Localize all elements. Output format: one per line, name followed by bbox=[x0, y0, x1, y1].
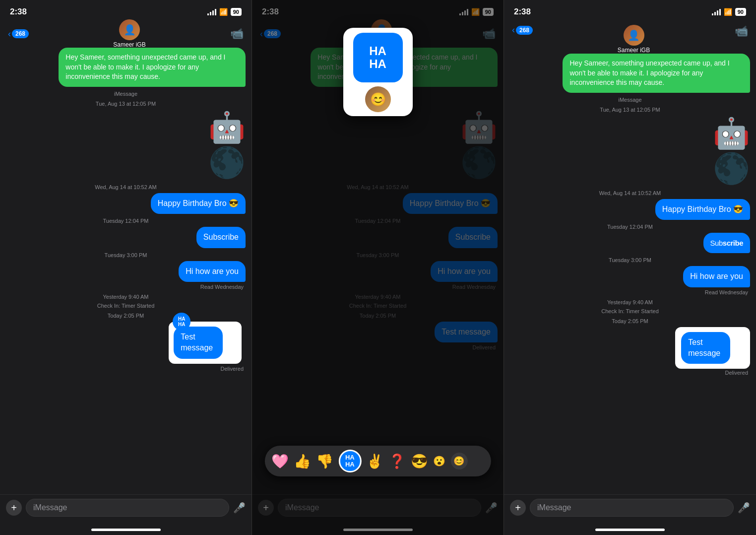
avatar-1: 👤 bbox=[119, 19, 140, 40]
back-button-1[interactable]: ‹ 268 bbox=[8, 29, 29, 39]
reaction-bar-2[interactable]: 🩷 👍 👎 HAHA ✌️ ❓ 😎 😮 😊 bbox=[264, 446, 491, 476]
read-label-3: Read Wednesday bbox=[510, 289, 750, 295]
reaction-haha-selected-2[interactable]: HAHA bbox=[338, 450, 361, 472]
checkin-label-1: Check In: Timer Started bbox=[6, 303, 246, 309]
message-row-hi-1: Hi how are you bbox=[6, 261, 246, 282]
signal-bars-1 bbox=[207, 8, 216, 15]
back-chevron-1: ‹ bbox=[8, 29, 11, 39]
panel-2: 2:38 📶 90 ‹ 268 👤 Sameer iGB bbox=[252, 0, 504, 535]
signal-bar-4 bbox=[215, 9, 216, 15]
signal-bars-3 bbox=[712, 8, 721, 15]
reaction-heart-2[interactable]: 🩷 bbox=[271, 453, 289, 469]
signal-bar-9 bbox=[712, 13, 713, 15]
delivered-label-1: Delivered bbox=[6, 366, 246, 372]
signal-bar-3 bbox=[212, 10, 214, 15]
status-icons-3: 📶 90 bbox=[712, 8, 746, 16]
message-row-hi-3: Hi how are you bbox=[510, 266, 750, 287]
reaction-popup-2: HAHA 😊 bbox=[343, 28, 413, 116]
bubble-test-1: Test message bbox=[174, 327, 223, 359]
input-bar-1: + iMessage 🎤 bbox=[0, 494, 252, 527]
battery-3: 90 bbox=[735, 8, 746, 16]
message-input-3[interactable]: iMessage bbox=[530, 499, 734, 517]
status-icons-1: 📶 90 bbox=[207, 8, 242, 16]
reaction-emoji-picker-2[interactable]: 😊 bbox=[450, 453, 467, 469]
popup-avatar-2: 😊 bbox=[365, 86, 391, 112]
messages-area-1: Hey Sameer, something unexpected came up… bbox=[0, 48, 252, 494]
test-message-popup-1: HAHA Test message bbox=[169, 322, 242, 364]
read-label-1: Read Wednesday bbox=[6, 284, 246, 290]
status-bar-3: 2:38 📶 90 bbox=[504, 0, 756, 22]
reaction-more-2[interactable]: 😮 bbox=[433, 455, 445, 467]
battery-1: 90 bbox=[231, 8, 242, 16]
reaction-thumbsdown-2[interactable]: 👎 bbox=[316, 453, 333, 469]
video-call-icon-1[interactable]: 📹 bbox=[230, 27, 244, 40]
timestamp-aug14-3: Wed, Aug 14 at 10:52 AM bbox=[510, 190, 750, 196]
add-button-3[interactable]: + bbox=[510, 500, 526, 516]
timestamp-yesterday-3: Yesterday 9:40 AM bbox=[510, 299, 750, 305]
mic-button-3[interactable]: 🎤 bbox=[738, 502, 750, 514]
bubble-subscribe-3: Subscribe bbox=[703, 233, 750, 253]
sticker-3: 🤖🌑 bbox=[510, 116, 750, 186]
reaction-highfive-2[interactable]: ✌️ bbox=[366, 453, 383, 469]
bubble-birthday-3: Happy Birthday Bro 😎 bbox=[655, 199, 750, 220]
timestamp-imessage-1: iMessage bbox=[6, 91, 246, 97]
timestamp-tue300-1: Tuesday 3:00 PM bbox=[6, 252, 246, 258]
mic-button-1[interactable]: 🎤 bbox=[233, 502, 246, 514]
timestamp-today-1: Today 2:05 PM bbox=[6, 313, 246, 319]
messages-area-3: Hey Sameer, something unexpected came up… bbox=[504, 54, 756, 494]
panel-1: 2:38 📶 90 ‹ 268 👤 Sameer iGB bbox=[0, 0, 252, 535]
timestamp-tue300-3: Tuesday 3:00 PM bbox=[510, 257, 750, 263]
reaction-cool-2[interactable]: 😎 bbox=[411, 453, 428, 469]
input-bar-3: + iMessage 🎤 bbox=[504, 494, 756, 527]
status-bar-1: 2:38 📶 90 bbox=[0, 0, 252, 22]
home-indicator-3 bbox=[595, 529, 665, 531]
signal-bar-10 bbox=[714, 12, 716, 15]
avatar-3: 👤 bbox=[624, 25, 644, 46]
bubble-subscribe-1: Subscribe bbox=[196, 227, 246, 248]
delivered-label-3: Delivered bbox=[510, 370, 750, 376]
status-time-1: 2:38 bbox=[10, 7, 27, 17]
nav-center-1[interactable]: 👤 Sameer iGB bbox=[113, 19, 145, 48]
timestamp-tue1204-3: Tuesday 12:04 PM bbox=[510, 224, 750, 230]
back-count-3: 268 bbox=[516, 26, 533, 35]
timestamp-aug13-1: Tue, Aug 13 at 12:05 PM bbox=[6, 101, 246, 107]
timestamp-imessage-3: iMessage bbox=[510, 97, 750, 103]
test-message-wrapper-3: Test message bbox=[510, 327, 750, 369]
wifi-icon-3: 📶 bbox=[724, 8, 732, 16]
reaction-question-2[interactable]: ❓ bbox=[388, 453, 406, 469]
contact-name-1: Sameer iGB bbox=[113, 41, 145, 48]
add-button-1[interactable]: + bbox=[6, 500, 22, 516]
timestamp-aug13-3: Tue, Aug 13 at 12:05 PM bbox=[510, 107, 750, 113]
bubble-green-3: Hey Sameer, something unexpected came up… bbox=[563, 54, 750, 93]
back-button-3[interactable]: ‹ 268 bbox=[512, 25, 533, 35]
message-row-subscribe-3: Subscribe bbox=[510, 233, 750, 253]
message-row-subscribe-1: Subscribe bbox=[6, 227, 246, 248]
nav-bar-1: ‹ 268 👤 Sameer iGB 📹 bbox=[0, 22, 252, 48]
signal-bar-1 bbox=[207, 13, 209, 15]
back-chevron-3: ‹ bbox=[512, 25, 515, 35]
message-input-1[interactable]: iMessage bbox=[26, 499, 229, 517]
message-row-birthday-1: Happy Birthday Bro 😎 bbox=[6, 193, 246, 214]
sticker-robot-1: 🤖🌑 bbox=[208, 110, 246, 180]
bubble-birthday-1: Happy Birthday Bro 😎 bbox=[151, 193, 246, 214]
timestamp-yesterday-1: Yesterday 9:40 AM bbox=[6, 294, 246, 300]
bubble-hi-1: Hi how are you bbox=[179, 261, 246, 282]
haha-popup-icon-2: HAHA bbox=[353, 33, 403, 82]
video-call-icon-3[interactable]: 📹 bbox=[735, 25, 748, 38]
haha-badge-1: HAHA bbox=[173, 313, 190, 331]
checkin-label-3: Check In: Timer Started bbox=[510, 308, 750, 314]
signal-bar-12 bbox=[719, 9, 721, 15]
bubble-hi-3: Hi how are you bbox=[683, 266, 750, 287]
signal-bar-11 bbox=[717, 10, 718, 15]
wifi-icon-1: 📶 bbox=[219, 8, 228, 16]
home-indicator-1 bbox=[91, 529, 161, 531]
timestamp-tue1204-1: Tuesday 12:04 PM bbox=[6, 218, 246, 224]
message-row-green-3: Hey Sameer, something unexpected came up… bbox=[510, 54, 750, 93]
timestamp-aug14-1: Wed, Aug 14 at 10:52 AM bbox=[6, 184, 246, 190]
sticker-1: 🤖🌑 bbox=[6, 110, 246, 180]
timestamp-today-3: Today 2:05 PM bbox=[510, 318, 750, 324]
sticker-robot-3: 🤖🌑 bbox=[713, 116, 750, 186]
reaction-thumbsup-2[interactable]: 👍 bbox=[294, 453, 311, 469]
contact-name-3: Sameer iGB bbox=[618, 47, 650, 54]
signal-bar-2 bbox=[210, 12, 211, 15]
